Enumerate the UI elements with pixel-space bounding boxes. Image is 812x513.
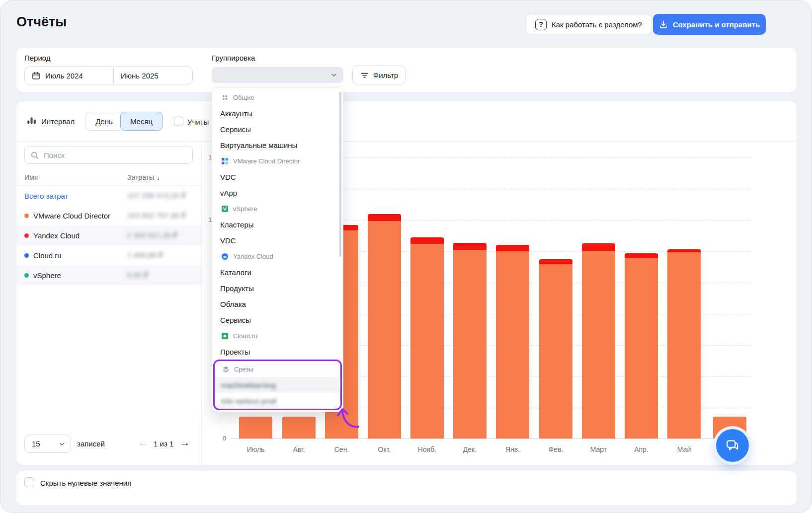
series-color-dot xyxy=(24,233,29,238)
bar-segment-orange xyxy=(582,251,615,439)
grouping-dropdown-list: ОбщиеАккаунтыСервисыВиртуальные машиныVM… xyxy=(212,89,343,410)
chart-bar xyxy=(667,249,701,439)
save-and-send-button[interactable]: Сохранить и отправить xyxy=(653,14,766,35)
grouping-select[interactable] xyxy=(212,67,343,83)
series-color-dot xyxy=(24,273,29,278)
series-color-dot xyxy=(24,253,29,258)
dropdown-item[interactable]: into various prod xyxy=(215,393,340,409)
vsphere-icon xyxy=(221,205,229,213)
x-axis-label: Дек. xyxy=(450,445,490,453)
calendar-icon xyxy=(32,72,40,80)
row-value-blurred: 103 902 757,46 ₽ xyxy=(127,211,186,220)
table-row[interactable]: Всего затрат107 258 473,26 ₽ xyxy=(16,186,201,206)
chart-bar xyxy=(582,243,615,439)
cloudru-icon xyxy=(221,332,229,340)
prev-page-arrow[interactable]: ← xyxy=(136,435,151,450)
dropdown-item[interactable]: Сервисы xyxy=(212,121,343,137)
column-header-name[interactable]: Имя xyxy=(24,173,38,181)
panel-divider xyxy=(201,141,202,465)
dropdown-item[interactable]: Проекты xyxy=(212,344,343,360)
vat-checkbox-label: Учиты xyxy=(187,118,209,126)
row-name: Cloud.ru xyxy=(16,251,62,260)
grouping-label: Группировка xyxy=(212,54,255,62)
section-divider xyxy=(16,141,797,142)
dropdown-item[interactable]: Виртуальные машины xyxy=(212,137,343,153)
dropdown-item[interactable]: Облака xyxy=(212,296,343,312)
filter-card: Период Июль 2024 Июнь 2025 Группировка xyxy=(16,48,797,92)
search-icon xyxy=(30,151,39,159)
chevron-down-icon xyxy=(330,72,337,78)
period-to-value: Июнь 2025 xyxy=(121,72,159,80)
period-to-field[interactable]: Июнь 2025 xyxy=(114,67,165,84)
chat-icon xyxy=(725,438,740,453)
column-header-value[interactable]: Затраты ↓ xyxy=(127,173,160,181)
row-value-blurred: 107 258 473,26 ₽ xyxy=(127,191,186,200)
filter-icon xyxy=(360,71,369,79)
hide-zero-checkbox[interactable] xyxy=(24,477,34,487)
chart-bar xyxy=(496,245,529,439)
period-range-picker: Июль 2024 Июнь 2025 xyxy=(24,67,193,84)
interval-label: Интервал xyxy=(41,117,75,126)
save-button-label: Сохранить и отправить xyxy=(673,20,760,29)
chart-bar xyxy=(453,243,487,439)
dropdown-item[interactable]: Каталоги xyxy=(212,264,343,280)
dropdown-item[interactable]: Продукты xyxy=(212,280,343,296)
question-icon: ? xyxy=(535,19,547,30)
x-axis-label: Июль xyxy=(236,445,276,453)
filter-button[interactable]: Фильтр xyxy=(352,66,406,84)
search-box xyxy=(24,146,193,164)
dropdown-item[interactable]: VDC xyxy=(212,232,343,248)
page-title: Отчёты xyxy=(16,14,67,30)
dropdown-group-header: Yandex Cloud xyxy=(212,248,343,264)
dropdown-item[interactable]: Кластеры xyxy=(212,217,343,232)
dropdown-group-header: vSphere xyxy=(212,201,343,217)
dropdown-item[interactable]: Сервисы xyxy=(212,312,343,328)
x-axis-label: Март xyxy=(579,445,619,453)
chart-bar xyxy=(239,417,272,439)
row-value-blurred: 2 350 921,26 ₽ xyxy=(127,231,177,240)
help-button[interactable]: ? Как работать с разделом? xyxy=(526,14,651,35)
bar-segment-red xyxy=(625,253,658,258)
dropdown-item[interactable]: Аккаунты xyxy=(212,105,343,121)
x-axis-label: Фев. xyxy=(536,445,576,453)
table-row[interactable]: vSphere0,00 ₽ xyxy=(16,265,201,285)
vat-checkbox[interactable] xyxy=(174,117,183,126)
bar-segment-orange xyxy=(539,264,572,439)
period-from-value: Июль 2024 xyxy=(45,72,83,80)
table-row[interactable]: Cloud.ru1 469,88 ₽ xyxy=(16,245,201,265)
next-page-arrow[interactable]: → xyxy=(177,435,192,450)
dropdown-item[interactable]: vApp xyxy=(212,185,343,201)
x-axis-label: Окт. xyxy=(365,445,405,453)
bar-segment-orange xyxy=(667,252,701,439)
dropdown-group-header: Общие xyxy=(212,89,343,105)
bar-segment-red xyxy=(453,243,487,250)
bar-segment-red xyxy=(368,214,401,221)
bar-segment-red xyxy=(539,259,572,264)
series-color-dot xyxy=(24,214,29,218)
reports-page: Отчёты ? Как работать с разделом? Сохран… xyxy=(0,0,812,513)
hide-zero-label: Скрыть нулевые значения xyxy=(40,479,131,487)
table-row[interactable]: VMware Cloud Director103 902 757,46 ₽ xyxy=(16,206,201,225)
table-row[interactable]: Yandex Cloud2 350 921,26 ₽ xyxy=(16,225,201,245)
interval-option-day[interactable]: День xyxy=(85,112,123,131)
search-input[interactable] xyxy=(25,147,192,163)
x-axis-label: Янв. xyxy=(493,445,533,453)
bar-segment-orange xyxy=(282,417,316,439)
bar-segment-red xyxy=(496,245,529,251)
dropdown-scrollbar-thumb[interactable] xyxy=(339,92,341,257)
y-axis-zero-label: 0 xyxy=(214,435,226,442)
bar-segment-orange xyxy=(625,258,658,439)
dropdown-item[interactable]: machinelearning xyxy=(215,377,340,393)
page-size-value: 15 xyxy=(32,440,40,448)
dropdown-item[interactable]: VDC xyxy=(212,169,343,185)
yandex-cloud-icon xyxy=(221,253,229,260)
chart-bar xyxy=(282,417,316,439)
chat-button[interactable] xyxy=(716,429,749,462)
chart-bar xyxy=(539,259,572,439)
x-axis-label: Авг. xyxy=(279,445,319,453)
page-size-select[interactable]: 15 xyxy=(24,435,71,453)
x-axis-line xyxy=(230,439,751,439)
interval-option-month[interactable]: Месяц xyxy=(120,112,162,131)
bar-segment-orange xyxy=(496,251,529,439)
period-from-field[interactable]: Июль 2024 xyxy=(25,67,114,84)
